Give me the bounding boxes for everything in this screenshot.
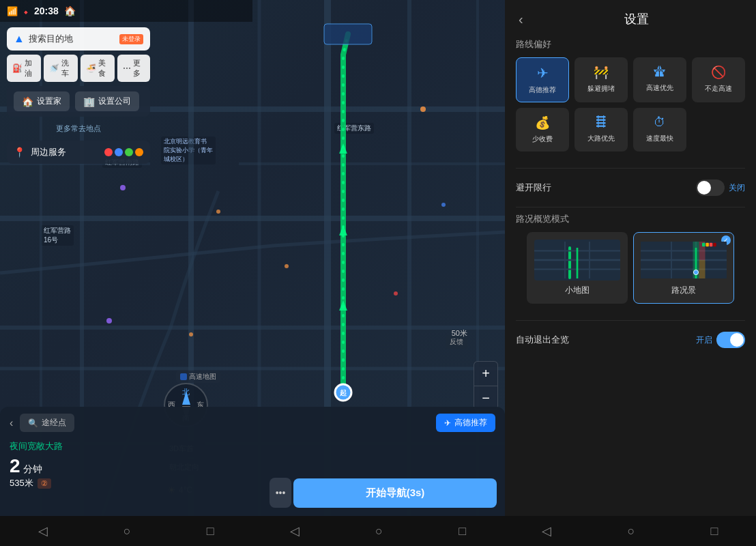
home-work-panel: 🏠 设置家 🏢 设置公司 xyxy=(7,86,150,117)
toggle-track-restrict[interactable] xyxy=(696,179,725,196)
search-bar[interactable]: ▲ 搜索目的地 未登录 xyxy=(7,27,150,51)
search-bar-arrow-icon: ▲ xyxy=(14,33,25,45)
route-pref-grid: ✈ 高德推荐 🚧 躲避拥堵 🛣 高速优先 🚫 不走高速 xyxy=(516,57,745,152)
route-road-name: 夜间宽敞大路 xyxy=(10,440,495,452)
overview-mode-section: 路况概览模式 xyxy=(505,213,756,315)
home-icon-left: 🏠 xyxy=(64,5,76,16)
start-navigation-btn[interactable]: 开始导航(3s) xyxy=(293,478,497,508)
search-bar-badge: 未登录 xyxy=(119,34,143,44)
toggle-track-auto-exit[interactable] xyxy=(716,332,745,348)
settings-header: ‹ 设置 xyxy=(505,0,756,38)
home-icon: 🏠 xyxy=(22,96,33,107)
route-pref-title: 路线偏好 xyxy=(516,38,745,51)
auto-exit-toggle[interactable]: 开启 xyxy=(696,332,745,348)
scale-indicator: 50米 xyxy=(452,328,467,339)
nearby-dots xyxy=(104,148,143,156)
no-highway-icon: 🚫 xyxy=(711,65,726,80)
route-pref-no-highway[interactable]: 🚫 不走高速 xyxy=(692,57,745,102)
settings-back-btn[interactable]: ‹ xyxy=(519,12,523,27)
overview-mode-title: 路况概览模式 xyxy=(516,213,745,225)
svg-point-46 xyxy=(693,270,698,274)
wash-icon: 🚿 xyxy=(49,63,59,73)
route-panel-back-btn[interactable]: ‹ xyxy=(10,417,13,429)
quick-action-more-label: 更多 xyxy=(133,58,145,78)
less-toll-icon: 💰 xyxy=(535,115,550,130)
quick-action-more[interactable]: ⋯ 更多 xyxy=(117,55,150,82)
route-more-btn[interactable]: ••• xyxy=(270,478,291,508)
quick-action-food[interactable]: 🍜 美食 xyxy=(81,55,115,82)
wifi-icon: 📶 xyxy=(7,6,18,16)
quick-action-wash[interactable]: 🚿 洗车 xyxy=(44,55,78,82)
route-pref-gaode[interactable]: ✈ 高德推荐 xyxy=(516,57,569,102)
highway-map-btn[interactable]: 高速地图 xyxy=(176,371,220,383)
home-nav-1[interactable]: ○ xyxy=(123,524,131,538)
back-nav-1[interactable]: ◁ xyxy=(38,523,48,538)
set-home-label: 设置家 xyxy=(37,96,61,107)
route-pref-less-toll[interactable]: 💰 少收费 xyxy=(516,108,569,152)
more-places-link[interactable]: 更多常去地点 xyxy=(7,121,150,136)
highway-icon xyxy=(180,373,187,380)
main-road-icon: 🛤 xyxy=(595,115,607,130)
avoid-restrict-row: 避开限行 关闭 xyxy=(505,174,756,201)
route-pref-fastest[interactable]: ⏱ 速度最快 xyxy=(633,108,686,152)
dot-4 xyxy=(135,148,143,156)
main-road-label: 大路优先 xyxy=(587,134,615,143)
auto-exit-label: 自动退出全览 xyxy=(516,334,569,346)
small-map-preview xyxy=(534,240,620,281)
set-work-label: 设置公司 xyxy=(98,96,131,107)
home-nav-3[interactable]: ○ xyxy=(627,524,635,538)
recent-nav-2[interactable]: □ xyxy=(459,524,466,538)
auto-exit-state: 开启 xyxy=(696,334,712,346)
avoid-restrict-label: 避开限行 xyxy=(516,182,551,194)
home-nav-2[interactable]: ○ xyxy=(375,524,383,538)
quick-action-gas[interactable]: ⛽ 加油 xyxy=(7,55,41,82)
route-pref-highway[interactable]: 🛣 高速优先 xyxy=(633,57,686,102)
avoid-restrict-toggle[interactable]: 关闭 xyxy=(696,179,745,196)
set-home-btn[interactable]: 🏠 设置家 xyxy=(14,91,70,111)
divider-3 xyxy=(516,320,745,321)
bottom-nav-section-2: ◁ ○ □ xyxy=(252,523,504,538)
status-time-left: 20:38 xyxy=(34,5,59,16)
set-work-btn[interactable]: 🏢 设置公司 xyxy=(75,91,139,111)
svg-rect-43 xyxy=(706,243,709,246)
recent-nav-1[interactable]: □ xyxy=(207,524,214,538)
nearby-service-panel: 📍 周边服务 xyxy=(7,141,150,164)
recommend-btn[interactable]: ✈ 高德推荐 xyxy=(436,414,495,432)
quick-action-food-label: 美食 xyxy=(98,58,109,78)
bottom-nav-section-3: ◁ ○ □ xyxy=(504,523,756,538)
settings-panel: ‹ 设置 路线偏好 ✈ 高德推荐 🚧 躲避拥堵 🛣 高速 xyxy=(505,0,756,516)
gaode-recommend-label: 高德推荐 xyxy=(529,85,556,95)
back-nav-2[interactable]: ◁ xyxy=(290,523,300,538)
search-bar-text: 搜索目的地 xyxy=(29,33,115,45)
toggle-knob-restrict xyxy=(697,181,711,195)
quick-actions: ⛽ 加油 🚿 洗车 🍜 美食 ⋯ 更多 xyxy=(7,55,150,82)
svg-rect-44 xyxy=(710,243,713,246)
bottom-nav-section-1: ◁ ○ □ xyxy=(0,523,252,538)
svg-rect-45 xyxy=(713,243,716,246)
route-pref-avoid-congestion[interactable]: 🚧 躲避拥堵 xyxy=(575,57,628,102)
zoom-in-btn-left[interactable]: + xyxy=(474,361,498,386)
waypoint-btn[interactable]: 🔍 途经点 xyxy=(20,414,74,432)
poi-school: 北京明远教育书院实验小学（青年城校区） xyxy=(161,136,216,164)
more-dots-icon: ••• xyxy=(276,487,286,498)
overview-traffic-view[interactable]: ✓ xyxy=(633,232,734,304)
avoid-congestion-label: 躲避拥堵 xyxy=(587,84,615,94)
poi-road-16: 红军营路16号 xyxy=(41,225,74,246)
route-pref-main-road[interactable]: 🛤 大路优先 xyxy=(575,108,628,152)
recommend-label: 高德推荐 xyxy=(454,417,487,429)
svg-rect-41 xyxy=(699,260,706,278)
divider-2 xyxy=(516,207,745,207)
auto-exit-row: 自动退出全览 开启 xyxy=(505,326,756,354)
overview-small-map[interactable]: 小地图 xyxy=(527,232,628,304)
fastest-label: 速度最快 xyxy=(646,134,673,143)
compass-north: 北 xyxy=(182,387,190,397)
dot-2 xyxy=(115,148,123,156)
less-toll-label: 少收费 xyxy=(532,134,553,144)
overview-mode-grid: 小地图 ✓ xyxy=(516,232,745,304)
map-area: 起 📶 ⬥ 20:38 🏠 ▲ 搜索目的地 未登录 xyxy=(0,0,505,516)
toggle-knob-auto-exit xyxy=(730,333,744,347)
status-bar-left: 📶 ⬥ 20:38 🏠 xyxy=(0,0,252,22)
nearby-icon: 📍 xyxy=(14,147,25,158)
recent-nav-3[interactable]: □ xyxy=(711,524,718,538)
back-nav-3[interactable]: ◁ xyxy=(542,523,551,538)
